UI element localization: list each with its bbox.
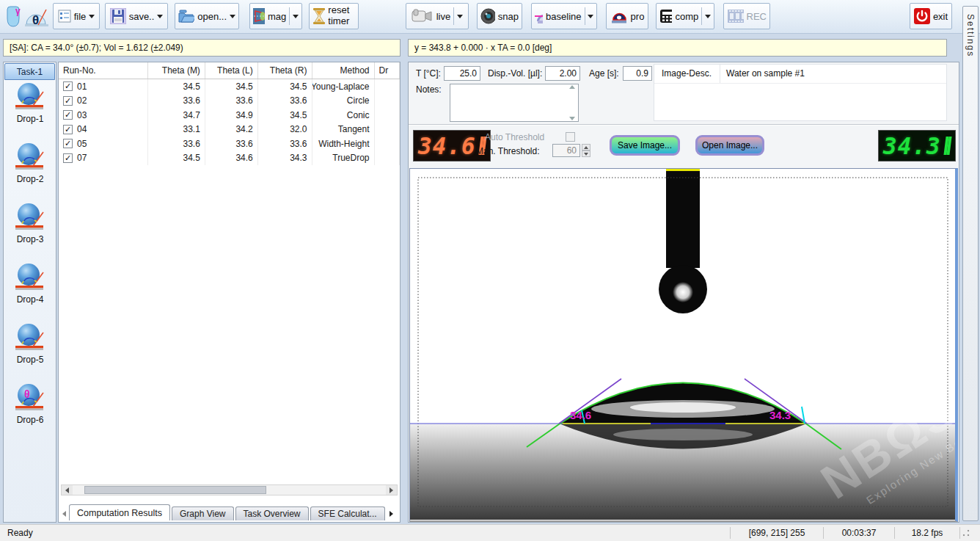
auto-threshold-checkbox[interactable] <box>566 132 575 142</box>
image-desc-label: Image-Desc. <box>654 65 720 83</box>
camera-image-view[interactable]: 34.6 34.3 NBΩS Exploring New Boundaries <box>409 168 958 522</box>
scroll-down-arrow-icon[interactable] <box>569 117 575 120</box>
svg-text:γ: γ <box>15 6 21 16</box>
svg-text:θ: θ <box>24 388 30 400</box>
scroll-left-arrow-icon[interactable] <box>62 485 73 495</box>
tab-scroll-right-icon[interactable] <box>387 507 397 520</box>
exit-button[interactable]: exit <box>910 3 952 29</box>
notes-scrollbar[interactable] <box>567 85 577 120</box>
chevron-down-icon[interactable] <box>157 15 163 18</box>
sidebar-item-drop-6[interactable]: θ Drop-6 <box>8 382 52 435</box>
magnification-icon <box>253 8 265 24</box>
man-threshold-spinner[interactable] <box>582 144 590 157</box>
tab-scroll-left-icon[interactable] <box>59 507 69 520</box>
drop-theta-icon: θ <box>14 382 46 413</box>
run-checkbox[interactable]: ✓ <box>63 81 73 91</box>
baseline-button[interactable]: baseline <box>531 3 597 29</box>
run-checkbox[interactable]: ✓ <box>63 139 73 148</box>
age-label: Age [s]: <box>589 68 619 79</box>
live-button[interactable]: live <box>406 3 469 29</box>
table-row[interactable]: ✓04 33.1 34.2 32.0 Tangent <box>59 123 400 137</box>
baseline-equation-bar: y = 343.8 + 0.000 · x TA = 0.0 [deg] <box>408 39 947 57</box>
file-icon <box>58 10 71 23</box>
tab-graph-view[interactable]: Graph View <box>172 506 233 520</box>
table-row[interactable]: ✓03 34.7 34.9 34.5 Conic <box>59 108 400 123</box>
drop-icon <box>14 262 46 293</box>
hourglass-icon <box>312 7 325 25</box>
mag-button[interactable]: mag <box>249 3 302 29</box>
table-row[interactable]: ✓05 33.6 33.6 33.6 Width-Height <box>59 137 400 151</box>
disp-vol-label: Disp.-Vol. [µl]: <box>488 68 542 79</box>
sidebar-item-drop-4[interactable]: Drop-4 <box>8 262 52 315</box>
chevron-down-icon[interactable] <box>705 15 711 18</box>
image-desc-value[interactable]: Water on sample #1 <box>720 65 946 83</box>
run-checkbox[interactable]: ✓ <box>63 110 73 120</box>
scrollbar-thumb[interactable] <box>84 486 266 494</box>
table-row[interactable]: ✓07 34.5 34.6 34.3 TrueDrop <box>59 151 400 166</box>
reset-timer-button[interactable]: reset timer <box>309 3 359 29</box>
table-row[interactable]: ✓02 33.6 33.6 33.6 Circle <box>59 94 400 109</box>
status-fps: 18.2 fps <box>895 528 959 538</box>
tab-sfe-calculator[interactable]: SFE Calculat... <box>310 506 385 520</box>
open-image-button[interactable]: Open Image... <box>695 135 764 156</box>
bottom-tab-bar: Computation Results Graph View Task Over… <box>59 503 400 520</box>
man-threshold-input[interactable] <box>552 144 580 157</box>
notes-label: Notes: <box>416 84 442 95</box>
pendant-drop-gamma-icon: γ <box>3 4 23 29</box>
chevron-down-icon[interactable] <box>293 15 299 18</box>
sidebar-item-drop-3[interactable]: Drop-3 <box>8 202 52 255</box>
snap-button[interactable]: snap <box>477 3 522 29</box>
sidebar-item-drop-2[interactable]: Drop-2 <box>8 142 52 195</box>
age-input[interactable] <box>623 66 652 81</box>
right-angle-annotation: 34.3 <box>769 409 791 421</box>
save-floppy-icon <box>110 8 126 24</box>
run-checkbox[interactable]: ✓ <box>63 125 73 134</box>
scroll-up-arrow-icon[interactable] <box>569 85 575 89</box>
resize-grip[interactable] <box>962 529 970 537</box>
temperature-input[interactable] <box>444 66 480 81</box>
left-angle-annotation: 34.6 <box>570 409 591 421</box>
power-icon <box>914 8 930 24</box>
spin-up-icon[interactable] <box>582 144 590 150</box>
tab-task-overview[interactable]: Task Overview <box>235 506 309 520</box>
drop-analysis-app: γ θ file <box>0 0 980 541</box>
drop-icon <box>14 81 46 112</box>
file-button[interactable]: file <box>53 3 100 29</box>
needle <box>666 171 700 268</box>
save-button[interactable]: save.. <box>105 3 168 29</box>
run-checkbox[interactable]: ✓ <box>63 153 73 163</box>
chevron-down-icon[interactable] <box>588 15 593 18</box>
rec-button[interactable]: REC <box>723 3 770 29</box>
sidebar-item-drop-1[interactable]: Drop-1 <box>8 81 52 134</box>
chevron-down-icon[interactable] <box>457 15 463 18</box>
table-header: Run-No. Theta (M) Theta (L) Theta (R) Me… <box>59 62 400 79</box>
film-strip-icon <box>727 8 744 24</box>
save-image-button[interactable]: Save Image... <box>610 135 680 156</box>
app-logo: γ θ <box>3 4 48 29</box>
tab-task-1[interactable]: Task-1 <box>4 63 55 80</box>
auto-threshold-label: Auto Threshold <box>485 132 544 142</box>
spin-down-icon[interactable] <box>582 150 590 157</box>
disp-vol-input[interactable] <box>545 66 580 81</box>
tab-computation-results[interactable]: Computation Results <box>69 504 170 520</box>
svg-text:θ: θ <box>32 13 39 27</box>
comp-button[interactable]: comp <box>656 3 714 29</box>
status-pixel-info: [699, 215] 255 <box>731 528 823 538</box>
sidebar-item-drop-5[interactable]: Drop-5 <box>8 322 52 375</box>
table-horizontal-scrollbar[interactable] <box>61 484 398 495</box>
calculator-icon <box>659 9 672 23</box>
chevron-down-icon[interactable] <box>89 15 95 18</box>
notes-input[interactable] <box>450 84 579 122</box>
open-button[interactable]: open... <box>175 3 239 29</box>
status-ready: Ready <box>0 528 730 538</box>
computation-results-table: Run-No. Theta (M) Theta (L) Theta (R) Me… <box>58 62 401 523</box>
drop-icon <box>14 322 46 353</box>
scroll-right-arrow-icon[interactable] <box>386 485 397 495</box>
table-row[interactable]: ✓01 34.5 34.5 34.5 Young-Laplace <box>59 79 400 94</box>
settings-panel-tab[interactable]: Settings <box>962 6 979 521</box>
drop-sidebar: Task-1 Drop-1 Drop-2 <box>3 62 56 523</box>
run-checkbox[interactable]: ✓ <box>63 96 73 106</box>
chevron-down-icon[interactable] <box>230 15 235 18</box>
pro-button[interactable]: pro <box>606 3 648 29</box>
baseline-drop-icon <box>535 8 543 24</box>
